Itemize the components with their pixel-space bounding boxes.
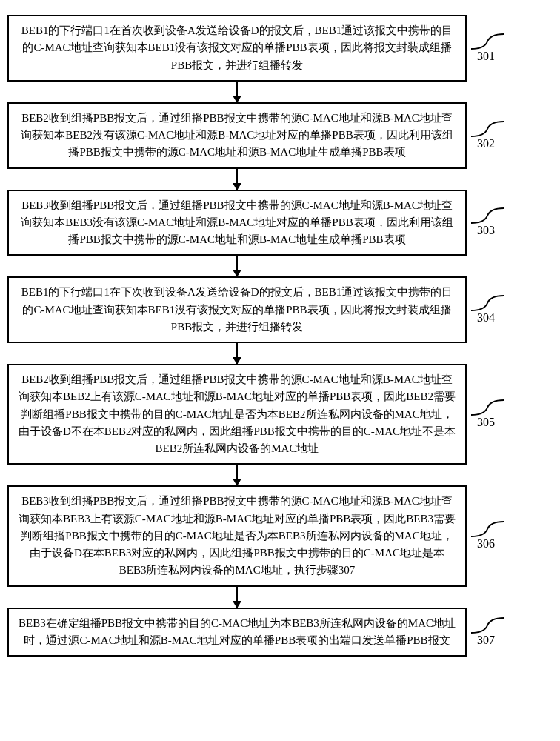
step-box-302: BEB2收到组播PBB报文后，通过组播PBB报文中携带的源C-MAC地址和源B-… (7, 102, 467, 169)
step-label-302: 302 (477, 137, 495, 150)
step-row-304: BEB1的下行端口1在下次收到设备A发送给设备D的报文后，BEB1通过该报文中携… (7, 276, 553, 343)
step-box-303: BEB3收到组播PBB报文后，通过组播PBB报文中携带的源C-MAC地址和源B-… (7, 190, 467, 256)
arrow-5 (7, 465, 467, 485)
step-label-307: 307 (477, 634, 495, 647)
step-box-304: BEB1的下行端口1在下次收到设备A发送给设备D的报文后，BEB1通过该报文中携… (7, 276, 467, 343)
flowchart: BEB1的下行端口1在首次收到设备A发送给设备D的报文后，BEB1通过该报文中携… (7, 15, 553, 657)
arrow-1 (7, 82, 467, 102)
bracket-305: 305 (471, 399, 523, 429)
step-row-303: BEB3收到组播PBB报文后，通过组播PBB报文中携带的源C-MAC地址和源B-… (7, 190, 553, 256)
bracket-306: 306 (471, 521, 523, 551)
bracket-307: 307 (471, 617, 523, 647)
step-label-303: 303 (477, 224, 495, 237)
bracket-302: 302 (471, 121, 523, 150)
bracket-303: 303 (471, 207, 523, 237)
step-label-306: 306 (477, 537, 495, 551)
step-row-302: BEB2收到组播PBB报文后，通过组播PBB报文中携带的源C-MAC地址和源B-… (7, 102, 553, 169)
step-row-307: BEB3在确定组播PBB报文中携带的目的C-MAC地址为本BEB3所连私网内设备… (7, 608, 553, 657)
bracket-304: 304 (471, 295, 523, 325)
step-row-306: BEB3收到组播PBB报文后，通过组播PBB报文中携带的源C-MAC地址和源B-… (7, 485, 553, 586)
step-label-301: 301 (477, 50, 495, 63)
bracket-301: 301 (471, 33, 523, 63)
step-box-305: BEB2收到组播PBB报文后，通过组播PBB报文中携带的源C-MAC地址和源B-… (7, 364, 467, 465)
step-row-305: BEB2收到组播PBB报文后，通过组播PBB报文中携带的源C-MAC地址和源B-… (7, 364, 553, 465)
arrow-2 (7, 169, 467, 190)
step-row-301: BEB1的下行端口1在首次收到设备A发送给设备D的报文后，BEB1通过该报文中携… (7, 15, 553, 82)
step-box-301: BEB1的下行端口1在首次收到设备A发送给设备D的报文后，BEB1通过该报文中携… (7, 15, 467, 82)
step-box-307: BEB3在确定组播PBB报文中携带的目的C-MAC地址为本BEB3所连私网内设备… (7, 608, 467, 657)
arrow-3 (7, 256, 467, 276)
step-label-305: 305 (477, 416, 495, 429)
arrow-4 (7, 343, 467, 364)
step-label-304: 304 (477, 311, 495, 325)
arrow-6 (7, 587, 467, 608)
step-box-306: BEB3收到组播PBB报文后，通过组播PBB报文中携带的源C-MAC地址和源B-… (7, 485, 467, 586)
